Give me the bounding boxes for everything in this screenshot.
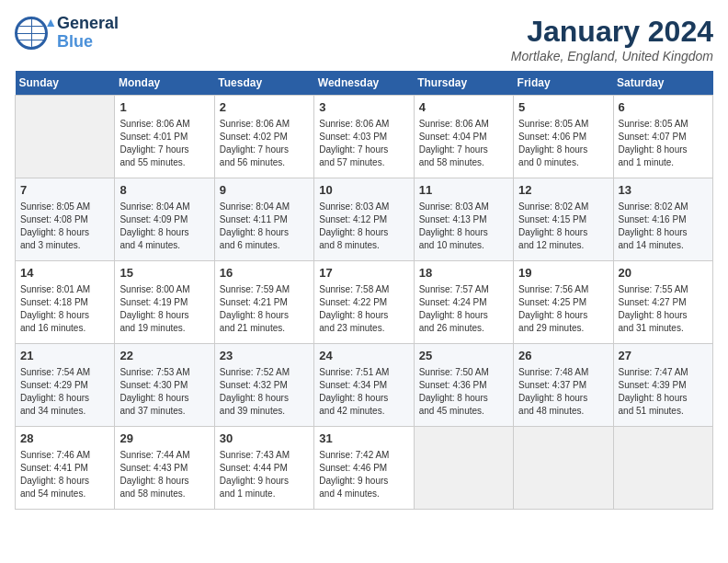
calendar-cell: 14Sunrise: 8:01 AM Sunset: 4:18 PM Dayli… (16, 261, 115, 344)
calendar-cell: 13Sunrise: 8:02 AM Sunset: 4:16 PM Dayli… (613, 178, 712, 261)
weekday-header-monday: Monday (115, 71, 214, 96)
day-number: 20 (619, 265, 708, 282)
day-info: Sunrise: 7:52 AM Sunset: 4:32 PM Dayligh… (220, 366, 309, 418)
day-number: 18 (419, 265, 508, 282)
day-info: Sunrise: 8:05 AM Sunset: 4:07 PM Dayligh… (619, 118, 708, 169)
calendar-cell: 12Sunrise: 8:02 AM Sunset: 4:15 PM Dayli… (514, 178, 613, 261)
calendar-week-5: 28Sunrise: 7:46 AM Sunset: 4:41 PM Dayli… (16, 427, 713, 510)
calendar-cell: 30Sunrise: 7:43 AM Sunset: 4:44 PM Dayli… (214, 427, 313, 510)
day-info: Sunrise: 8:03 AM Sunset: 4:12 PM Dayligh… (319, 201, 408, 252)
day-info: Sunrise: 7:56 AM Sunset: 4:25 PM Dayligh… (518, 283, 608, 335)
day-info: Sunrise: 8:02 AM Sunset: 4:15 PM Dayligh… (518, 201, 608, 252)
calendar-cell: 15Sunrise: 8:00 AM Sunset: 4:19 PM Dayli… (115, 261, 214, 344)
day-number: 8 (119, 182, 209, 199)
calendar-cell (514, 427, 613, 510)
day-info: Sunrise: 7:44 AM Sunset: 4:43 PM Dayligh… (119, 449, 209, 500)
calendar-cell: 10Sunrise: 8:03 AM Sunset: 4:12 PM Dayli… (314, 178, 414, 261)
day-number: 19 (518, 265, 608, 282)
calendar-cell: 11Sunrise: 8:03 AM Sunset: 4:13 PM Dayli… (414, 178, 513, 261)
day-number: 26 (518, 348, 608, 364)
day-number: 15 (119, 265, 209, 282)
day-info: Sunrise: 7:43 AM Sunset: 4:44 PM Dayligh… (220, 449, 309, 500)
location: Mortlake, England, United Kingdom (511, 49, 713, 63)
calendar-week-2: 7Sunrise: 8:05 AM Sunset: 4:08 PM Daylig… (16, 178, 713, 261)
weekday-header-thursday: Thursday (414, 71, 513, 96)
day-number: 17 (319, 265, 408, 282)
weekday-header-tuesday: Tuesday (214, 71, 313, 96)
month-title: January 2024 (511, 15, 713, 49)
day-info: Sunrise: 7:51 AM Sunset: 4:34 PM Dayligh… (319, 366, 408, 418)
calendar-cell: 24Sunrise: 7:51 AM Sunset: 4:34 PM Dayli… (314, 344, 414, 427)
calendar-cell (16, 96, 115, 178)
day-number: 14 (20, 265, 109, 282)
logo-text: GeneralBlue (57, 15, 119, 52)
day-number: 30 (220, 431, 309, 447)
day-number: 3 (319, 99, 408, 116)
day-number: 7 (20, 182, 109, 199)
weekday-header-row: SundayMondayTuesdayWednesdayThursdayFrid… (16, 71, 713, 96)
calendar-cell: 2Sunrise: 8:06 AM Sunset: 4:02 PM Daylig… (214, 96, 313, 178)
calendar-cell: 3Sunrise: 8:06 AM Sunset: 4:03 PM Daylig… (314, 96, 414, 178)
calendar-week-4: 21Sunrise: 7:54 AM Sunset: 4:29 PM Dayli… (16, 344, 713, 427)
day-number: 21 (20, 348, 109, 364)
day-info: Sunrise: 7:58 AM Sunset: 4:22 PM Dayligh… (319, 283, 408, 335)
weekday-header-wednesday: Wednesday (314, 71, 414, 96)
calendar-cell: 5Sunrise: 8:05 AM Sunset: 4:06 PM Daylig… (514, 96, 613, 178)
calendar-cell: 9Sunrise: 8:04 AM Sunset: 4:11 PM Daylig… (214, 178, 313, 261)
calendar-cell: 21Sunrise: 7:54 AM Sunset: 4:29 PM Dayli… (16, 344, 115, 427)
weekday-header-sunday: Sunday (16, 71, 115, 96)
day-info: Sunrise: 8:00 AM Sunset: 4:19 PM Dayligh… (119, 283, 209, 335)
day-info: Sunrise: 8:05 AM Sunset: 4:08 PM Dayligh… (20, 201, 109, 252)
day-number: 9 (220, 182, 309, 199)
day-number: 27 (619, 348, 708, 364)
calendar-cell: 18Sunrise: 7:57 AM Sunset: 4:24 PM Dayli… (414, 261, 513, 344)
day-number: 16 (220, 265, 309, 282)
weekday-header-friday: Friday (514, 71, 613, 96)
calendar-cell: 20Sunrise: 7:55 AM Sunset: 4:27 PM Dayli… (613, 261, 712, 344)
day-info: Sunrise: 7:46 AM Sunset: 4:41 PM Dayligh… (20, 449, 109, 500)
day-number: 1 (119, 99, 209, 116)
day-info: Sunrise: 8:06 AM Sunset: 4:04 PM Dayligh… (419, 118, 508, 169)
day-number: 2 (220, 99, 309, 116)
calendar-cell: 26Sunrise: 7:48 AM Sunset: 4:37 PM Dayli… (514, 344, 613, 427)
day-number: 12 (518, 182, 608, 199)
day-info: Sunrise: 8:06 AM Sunset: 4:01 PM Dayligh… (119, 118, 209, 169)
calendar-cell: 23Sunrise: 7:52 AM Sunset: 4:32 PM Dayli… (214, 344, 313, 427)
day-number: 25 (419, 348, 508, 364)
calendar-cell: 28Sunrise: 7:46 AM Sunset: 4:41 PM Dayli… (16, 427, 115, 510)
day-info: Sunrise: 7:47 AM Sunset: 4:39 PM Dayligh… (619, 366, 708, 418)
calendar-cell: 17Sunrise: 7:58 AM Sunset: 4:22 PM Dayli… (314, 261, 414, 344)
day-info: Sunrise: 7:50 AM Sunset: 4:36 PM Dayligh… (419, 366, 508, 418)
day-info: Sunrise: 8:01 AM Sunset: 4:18 PM Dayligh… (20, 283, 109, 335)
calendar-cell: 1Sunrise: 8:06 AM Sunset: 4:01 PM Daylig… (115, 96, 214, 178)
day-info: Sunrise: 7:42 AM Sunset: 4:46 PM Dayligh… (319, 449, 408, 500)
day-info: Sunrise: 8:02 AM Sunset: 4:16 PM Dayligh… (619, 201, 708, 252)
day-number: 31 (319, 431, 408, 447)
day-info: Sunrise: 7:55 AM Sunset: 4:27 PM Dayligh… (619, 283, 708, 335)
calendar-cell: 6Sunrise: 8:05 AM Sunset: 4:07 PM Daylig… (613, 96, 712, 178)
calendar-cell: 8Sunrise: 8:04 AM Sunset: 4:09 PM Daylig… (115, 178, 214, 261)
day-info: Sunrise: 7:53 AM Sunset: 4:30 PM Dayligh… (119, 366, 209, 418)
logo: ▲ GeneralBlue (15, 15, 119, 52)
calendar-cell: 29Sunrise: 7:44 AM Sunset: 4:43 PM Dayli… (115, 427, 214, 510)
day-info: Sunrise: 8:05 AM Sunset: 4:06 PM Dayligh… (518, 118, 608, 169)
day-number: 10 (319, 182, 408, 199)
day-number: 22 (119, 348, 209, 364)
day-number: 11 (419, 182, 508, 199)
calendar-cell (414, 427, 513, 510)
calendar-cell: 16Sunrise: 7:59 AM Sunset: 4:21 PM Dayli… (214, 261, 313, 344)
day-info: Sunrise: 8:06 AM Sunset: 4:02 PM Dayligh… (220, 118, 309, 169)
title-block: January 2024 Mortlake, England, United K… (511, 15, 713, 63)
calendar-cell: 22Sunrise: 7:53 AM Sunset: 4:30 PM Dayli… (115, 344, 214, 427)
day-number: 23 (220, 348, 309, 364)
day-number: 28 (20, 431, 109, 447)
day-number: 29 (119, 431, 209, 447)
page-header: ▲ GeneralBlue January 2024 Mortlake, Eng… (15, 15, 713, 63)
day-info: Sunrise: 7:57 AM Sunset: 4:24 PM Dayligh… (419, 283, 508, 335)
day-info: Sunrise: 7:48 AM Sunset: 4:37 PM Dayligh… (518, 366, 608, 418)
calendar-cell: 4Sunrise: 8:06 AM Sunset: 4:04 PM Daylig… (414, 96, 513, 178)
day-number: 13 (619, 182, 708, 199)
day-info: Sunrise: 8:03 AM Sunset: 4:13 PM Dayligh… (419, 201, 508, 252)
day-info: Sunrise: 7:59 AM Sunset: 4:21 PM Dayligh… (220, 283, 309, 335)
day-number: 6 (619, 99, 708, 116)
